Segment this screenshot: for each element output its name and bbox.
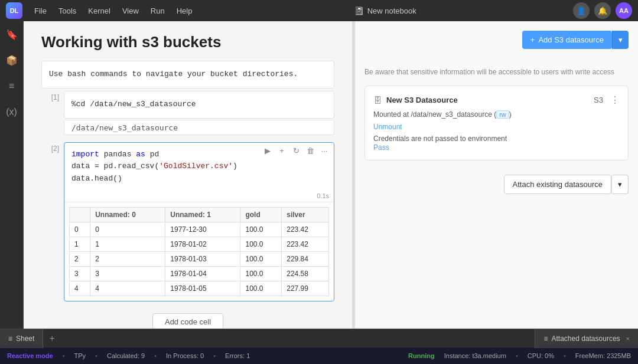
notebook-title: Working with s3 buckets bbox=[41, 33, 334, 51]
pass-row: Pass bbox=[373, 143, 620, 152]
sidebar-icon-list[interactable]: ≡ bbox=[4, 78, 20, 94]
rw-badge: rw bbox=[496, 110, 509, 119]
table-cell: 100.0 bbox=[240, 281, 282, 296]
th-unnamed0: Unnamed: 0 bbox=[90, 207, 165, 222]
datasource-name: New S3 Datasource bbox=[386, 96, 458, 104]
markdown-cell: Use bash commands to navigate your bucke… bbox=[41, 61, 334, 88]
status-dot-4: • bbox=[213, 352, 216, 359]
status-in-process: In Process: 0 bbox=[166, 352, 204, 359]
three-dot-menu[interactable]: ⋮ bbox=[610, 94, 620, 106]
cell-2-gutter: [2] ▶ + ↻ 🗑 ··· import bbox=[41, 142, 334, 301]
th-0 bbox=[70, 207, 90, 222]
app-logo: DL bbox=[6, 2, 22, 19]
code-text-2: pd bbox=[150, 150, 160, 159]
menu-items: File Tools Kernel View Run Help bbox=[30, 4, 197, 18]
code-text-4: ) bbox=[233, 162, 237, 170]
menubar-right: 👤 🔔 AA bbox=[573, 2, 632, 19]
cred-text: Credentials are not passed to environmen… bbox=[373, 135, 620, 143]
notebook-area: Working with s3 buckets Use bash command… bbox=[24, 21, 352, 329]
status-freemem: FreeMem: 2325MB bbox=[575, 352, 631, 359]
cell-1: [1] %cd /data/new_s3_datasource /data/ne… bbox=[41, 91, 334, 135]
table-cell: 1 bbox=[70, 237, 90, 251]
cell-2-number: [2] bbox=[41, 142, 59, 153]
add-s3-button[interactable]: + Add S3 datasource bbox=[522, 31, 612, 49]
sidebar-icon-layers[interactable]: 📦 bbox=[4, 52, 20, 68]
tab-add-button[interactable]: + bbox=[43, 329, 60, 348]
notebook-title: New notebook bbox=[367, 6, 416, 15]
code-text-5: data.head() bbox=[71, 174, 122, 183]
run-cell-btn[interactable]: ▶ bbox=[262, 145, 274, 157]
table-cell: 1978-01-03 bbox=[165, 251, 240, 266]
table-cell: 0 bbox=[70, 222, 90, 237]
cell-2-content: ▶ + ↻ 🗑 ··· import pandas as pd bbox=[64, 142, 334, 301]
table-cell: 100.0 bbox=[240, 251, 282, 266]
execution-time: 0.1s bbox=[64, 191, 334, 202]
notification-icon[interactable]: 🔔 bbox=[594, 2, 611, 19]
mount-path-end: ) bbox=[509, 110, 512, 119]
add-s3-row: + Add S3 datasource ▾ bbox=[364, 31, 629, 56]
menu-tools[interactable]: Tools bbox=[54, 4, 81, 18]
plus-icon: + bbox=[530, 35, 535, 44]
status-running: Running bbox=[408, 352, 435, 359]
cell-1-gutter: [1] %cd /data/new_s3_datasource /data/ne… bbox=[41, 91, 334, 135]
menu-kernel[interactable]: Kernel bbox=[83, 4, 115, 18]
sheet-tab-label: Sheet bbox=[16, 335, 34, 343]
cell-2: [2] ▶ + ↻ 🗑 ··· import bbox=[41, 142, 334, 301]
table-cell: 1978-01-02 bbox=[165, 237, 240, 251]
mount-info: Mounted at /data/new_s3_datasource (rw) bbox=[373, 110, 620, 119]
attached-tab-icon: ≡ bbox=[543, 335, 548, 343]
attached-tab[interactable]: ≡ Attached datasources × bbox=[535, 329, 638, 348]
table-cell: 4 bbox=[90, 281, 165, 296]
more-cell-btn[interactable]: ··· bbox=[318, 145, 330, 157]
datasource-type: S3 bbox=[594, 96, 603, 104]
table-cell: 4 bbox=[70, 281, 90, 296]
kw-import: import bbox=[71, 150, 99, 159]
table-row: 441978-01-05100.0227.99 bbox=[70, 281, 329, 296]
status-mode: Reactive mode bbox=[7, 352, 53, 359]
status-dot-5: • bbox=[516, 352, 518, 359]
code-line-2: data = pd.read_csv('GoldSilver.csv') bbox=[71, 160, 327, 173]
status-lang: TPy bbox=[74, 352, 86, 359]
refresh-cell-btn[interactable]: ↻ bbox=[290, 145, 302, 157]
cell-1-output: /data/new_s3_datasource bbox=[64, 121, 334, 135]
menu-run[interactable]: Run bbox=[146, 4, 170, 18]
th-gold: gold bbox=[240, 207, 282, 222]
delete-cell-btn[interactable]: 🗑 bbox=[304, 145, 316, 157]
attached-tab-close[interactable]: × bbox=[626, 335, 630, 342]
sheet-tab[interactable]: ≡ Sheet bbox=[0, 329, 43, 348]
avatar[interactable]: AA bbox=[616, 2, 632, 19]
status-calculated: Calculated: 9 bbox=[107, 352, 145, 359]
status-bar: Reactive mode • TPy • Calculated: 9 • In… bbox=[0, 347, 638, 364]
sidebar-icon-variable[interactable]: (x) bbox=[4, 104, 20, 120]
table-cell: 100.0 bbox=[240, 237, 282, 251]
bottom-tab-bar: ≡ Sheet + ≡ Attached datasources × bbox=[0, 329, 638, 347]
sidebar-icon-bookmark[interactable]: 🔖 bbox=[4, 26, 20, 42]
datasource-header: 🗄 New S3 Datasource S3 ⋮ bbox=[373, 94, 620, 106]
th-silver: silver bbox=[282, 207, 329, 222]
data-table: Unnamed: 0 Unnamed: 1 gold silver 001977… bbox=[69, 207, 329, 296]
menu-view[interactable]: View bbox=[118, 4, 144, 18]
cell-1-content: %cd /data/new_s3_datasource /data/new_s3… bbox=[64, 91, 334, 135]
add-s3-dropdown[interactable]: ▾ bbox=[612, 31, 629, 49]
menu-help[interactable]: Help bbox=[172, 4, 197, 18]
datasource-right: S3 ⋮ bbox=[584, 94, 620, 106]
tab-left: ≡ Sheet + bbox=[0, 329, 535, 348]
table-cell: 100.0 bbox=[240, 266, 282, 281]
attach-existing-button[interactable]: Attach existing datasource bbox=[504, 175, 611, 194]
table-row: 221978-01-03100.0229.84 bbox=[70, 251, 329, 266]
table-cell: 100.0 bbox=[240, 222, 282, 237]
right-panel-content: + Add S3 datasource ▾ Be aware that sens… bbox=[355, 21, 638, 329]
attach-dropdown[interactable]: ▾ bbox=[611, 175, 629, 194]
pass-link[interactable]: Pass bbox=[373, 143, 389, 152]
status-dot-3: • bbox=[154, 352, 157, 359]
table-cell: 229.84 bbox=[282, 251, 329, 266]
code-cell-wrapper: ▶ + ↻ 🗑 ··· import pandas as pd bbox=[64, 142, 334, 301]
datasource-db-icon: 🗄 bbox=[373, 96, 382, 105]
user-icon[interactable]: 👤 bbox=[573, 2, 590, 19]
table-cell: 3 bbox=[70, 266, 90, 281]
unmount-link[interactable]: Unmount bbox=[373, 123, 402, 131]
menu-file[interactable]: File bbox=[30, 4, 51, 18]
add-code-button[interactable]: Add code cell bbox=[152, 313, 223, 329]
add-cell-btn[interactable]: + bbox=[276, 145, 288, 157]
table-cell: 1 bbox=[90, 237, 165, 251]
